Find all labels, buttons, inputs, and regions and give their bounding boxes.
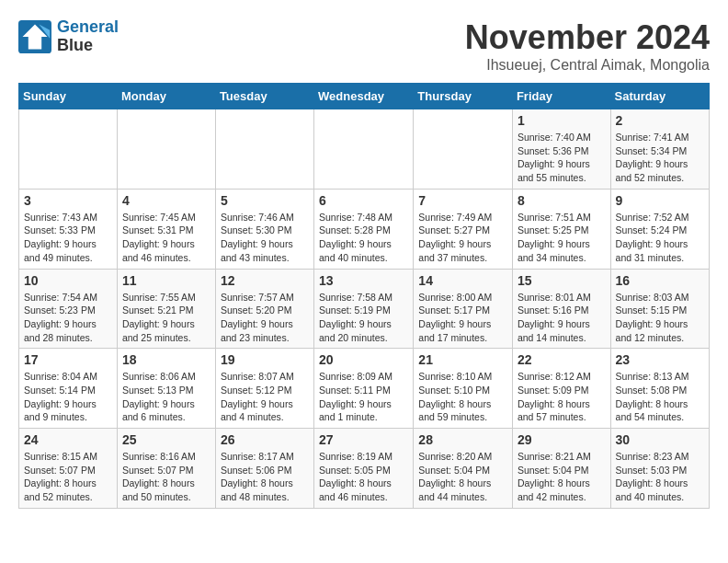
day-number: 28 [418, 432, 507, 447]
day-info: Sunrise: 8:19 AM Sunset: 5:05 PM Dayligh… [319, 450, 408, 504]
calendar-cell: 2Sunrise: 7:41 AM Sunset: 5:34 PM Daylig… [610, 109, 709, 190]
day-number: 11 [122, 273, 210, 288]
day-info: Sunrise: 8:06 AM Sunset: 5:13 PM Dayligh… [122, 370, 210, 424]
calendar-cell: 27Sunrise: 8:19 AM Sunset: 5:05 PM Dayli… [314, 429, 414, 509]
day-info: Sunrise: 8:23 AM Sunset: 5:03 PM Dayligh… [616, 450, 704, 504]
calendar-cell [19, 109, 118, 190]
day-number: 18 [122, 352, 210, 367]
day-number: 29 [518, 432, 606, 447]
week-row-4: 17Sunrise: 8:04 AM Sunset: 5:14 PM Dayli… [19, 349, 710, 429]
day-number: 13 [319, 273, 408, 288]
calendar-cell: 17Sunrise: 8:04 AM Sunset: 5:14 PM Dayli… [19, 349, 118, 429]
calendar-cell: 12Sunrise: 7:57 AM Sunset: 5:20 PM Dayli… [215, 269, 313, 349]
day-info: Sunrise: 8:09 AM Sunset: 5:11 PM Dayligh… [319, 370, 408, 424]
calendar-cell: 22Sunrise: 8:12 AM Sunset: 5:09 PM Dayli… [512, 349, 610, 429]
day-info: Sunrise: 7:43 AM Sunset: 5:33 PM Dayligh… [24, 211, 112, 265]
header-friday: Friday [512, 84, 610, 109]
day-info: Sunrise: 8:20 AM Sunset: 5:04 PM Dayligh… [418, 450, 507, 504]
day-number: 8 [518, 193, 606, 208]
day-number: 23 [616, 352, 704, 367]
day-number: 12 [221, 273, 309, 288]
title-block: November 2024 Ihsueuej, Central Aimak, M… [465, 18, 710, 74]
day-info: Sunrise: 7:52 AM Sunset: 5:24 PM Dayligh… [616, 211, 704, 265]
header-monday: Monday [117, 84, 215, 109]
week-row-2: 3Sunrise: 7:43 AM Sunset: 5:33 PM Daylig… [19, 189, 710, 269]
day-number: 10 [24, 273, 112, 288]
logo-icon [18, 20, 51, 53]
day-info: Sunrise: 8:16 AM Sunset: 5:07 PM Dayligh… [122, 450, 210, 504]
day-number: 24 [24, 432, 112, 447]
day-info: Sunrise: 8:00 AM Sunset: 5:17 PM Dayligh… [418, 291, 507, 345]
day-info: Sunrise: 8:15 AM Sunset: 5:07 PM Dayligh… [24, 450, 112, 504]
calendar-cell: 9Sunrise: 7:52 AM Sunset: 5:24 PM Daylig… [610, 189, 709, 269]
calendar-cell: 5Sunrise: 7:46 AM Sunset: 5:30 PM Daylig… [215, 189, 313, 269]
calendar-cell [117, 109, 215, 190]
day-info: Sunrise: 8:01 AM Sunset: 5:16 PM Dayligh… [518, 291, 606, 345]
day-number: 7 [418, 193, 507, 208]
calendar-cell [414, 109, 513, 190]
day-number: 2 [616, 113, 704, 128]
day-number: 22 [518, 352, 606, 367]
day-info: Sunrise: 8:13 AM Sunset: 5:08 PM Dayligh… [616, 370, 704, 424]
day-info: Sunrise: 7:48 AM Sunset: 5:28 PM Dayligh… [319, 211, 408, 265]
day-info: Sunrise: 7:57 AM Sunset: 5:20 PM Dayligh… [221, 291, 309, 345]
day-info: Sunrise: 7:54 AM Sunset: 5:23 PM Dayligh… [24, 291, 112, 345]
calendar-cell: 8Sunrise: 7:51 AM Sunset: 5:25 PM Daylig… [512, 189, 610, 269]
month-title: November 2024 [465, 18, 710, 57]
header-saturday: Saturday [610, 84, 709, 109]
calendar-cell: 24Sunrise: 8:15 AM Sunset: 5:07 PM Dayli… [19, 429, 118, 509]
calendar-cell: 15Sunrise: 8:01 AM Sunset: 5:16 PM Dayli… [512, 269, 610, 349]
calendar-header-row: SundayMondayTuesdayWednesdayThursdayFrid… [19, 84, 710, 109]
day-info: Sunrise: 8:04 AM Sunset: 5:14 PM Dayligh… [24, 370, 112, 424]
calendar-cell: 19Sunrise: 8:07 AM Sunset: 5:12 PM Dayli… [215, 349, 313, 429]
calendar-table: SundayMondayTuesdayWednesdayThursdayFrid… [18, 83, 710, 509]
day-number: 9 [616, 193, 704, 208]
calendar-cell: 23Sunrise: 8:13 AM Sunset: 5:08 PM Dayli… [610, 349, 709, 429]
calendar-cell: 26Sunrise: 8:17 AM Sunset: 5:06 PM Dayli… [215, 429, 313, 509]
calendar-cell: 30Sunrise: 8:23 AM Sunset: 5:03 PM Dayli… [610, 429, 709, 509]
week-row-1: 1Sunrise: 7:40 AM Sunset: 5:36 PM Daylig… [19, 109, 710, 190]
calendar-cell: 28Sunrise: 8:20 AM Sunset: 5:04 PM Dayli… [414, 429, 513, 509]
logo: General Blue [18, 18, 119, 55]
week-row-5: 24Sunrise: 8:15 AM Sunset: 5:07 PM Dayli… [19, 429, 710, 509]
calendar-cell: 29Sunrise: 8:21 AM Sunset: 5:04 PM Dayli… [512, 429, 610, 509]
day-info: Sunrise: 7:41 AM Sunset: 5:34 PM Dayligh… [616, 131, 704, 185]
day-info: Sunrise: 7:45 AM Sunset: 5:31 PM Dayligh… [122, 211, 210, 265]
day-number: 27 [319, 432, 408, 447]
calendar-cell: 13Sunrise: 7:58 AM Sunset: 5:19 PM Dayli… [314, 269, 414, 349]
day-info: Sunrise: 7:49 AM Sunset: 5:27 PM Dayligh… [418, 211, 507, 265]
day-info: Sunrise: 8:07 AM Sunset: 5:12 PM Dayligh… [221, 370, 309, 424]
header-thursday: Thursday [414, 84, 513, 109]
calendar-cell: 20Sunrise: 8:09 AM Sunset: 5:11 PM Dayli… [314, 349, 414, 429]
week-row-3: 10Sunrise: 7:54 AM Sunset: 5:23 PM Dayli… [19, 269, 710, 349]
calendar-cell [314, 109, 414, 190]
page-header: General Blue November 2024 Ihsueuej, Cen… [18, 18, 710, 74]
day-info: Sunrise: 8:21 AM Sunset: 5:04 PM Dayligh… [518, 450, 606, 504]
day-info: Sunrise: 8:12 AM Sunset: 5:09 PM Dayligh… [518, 370, 606, 424]
day-info: Sunrise: 7:51 AM Sunset: 5:25 PM Dayligh… [518, 211, 606, 265]
day-number: 19 [221, 352, 309, 367]
calendar-cell [215, 109, 313, 190]
calendar-cell: 16Sunrise: 8:03 AM Sunset: 5:15 PM Dayli… [610, 269, 709, 349]
calendar-cell: 25Sunrise: 8:16 AM Sunset: 5:07 PM Dayli… [117, 429, 215, 509]
day-info: Sunrise: 8:03 AM Sunset: 5:15 PM Dayligh… [616, 291, 704, 345]
calendar-cell: 18Sunrise: 8:06 AM Sunset: 5:13 PM Dayli… [117, 349, 215, 429]
day-number: 17 [24, 352, 112, 367]
calendar-cell: 21Sunrise: 8:10 AM Sunset: 5:10 PM Dayli… [414, 349, 513, 429]
day-info: Sunrise: 7:58 AM Sunset: 5:19 PM Dayligh… [319, 291, 408, 345]
header-sunday: Sunday [19, 84, 118, 109]
calendar-cell: 6Sunrise: 7:48 AM Sunset: 5:28 PM Daylig… [314, 189, 414, 269]
day-number: 4 [122, 193, 210, 208]
day-number: 1 [518, 113, 606, 128]
day-number: 21 [418, 352, 507, 367]
calendar-cell: 3Sunrise: 7:43 AM Sunset: 5:33 PM Daylig… [19, 189, 118, 269]
location: Ihsueuej, Central Aimak, Mongolia [465, 57, 710, 74]
day-number: 3 [24, 193, 112, 208]
day-info: Sunrise: 7:40 AM Sunset: 5:36 PM Dayligh… [518, 131, 606, 185]
logo-text: General Blue [57, 18, 119, 55]
day-number: 25 [122, 432, 210, 447]
day-info: Sunrise: 7:46 AM Sunset: 5:30 PM Dayligh… [221, 211, 309, 265]
day-number: 14 [418, 273, 507, 288]
day-number: 15 [518, 273, 606, 288]
calendar-cell: 1Sunrise: 7:40 AM Sunset: 5:36 PM Daylig… [512, 109, 610, 190]
